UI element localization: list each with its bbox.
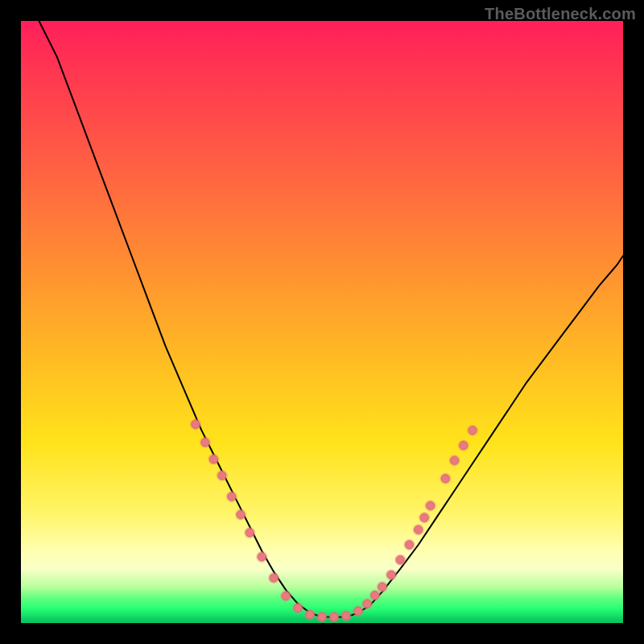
marker-dot (270, 574, 278, 582)
marker-dot (378, 583, 386, 591)
marker-dot (201, 439, 209, 447)
chart-frame (21, 21, 623, 623)
marker-dot (387, 571, 395, 579)
marker-dot (441, 474, 449, 482)
marker-dot (460, 441, 468, 449)
marker-dot (469, 427, 477, 435)
marker-dot (209, 456, 217, 464)
bottleneck-curve (39, 21, 623, 617)
marker-dot (282, 592, 290, 600)
marker-dot (237, 510, 245, 518)
marker-dot (246, 529, 254, 537)
marker-dot (228, 493, 236, 501)
marker-dot (258, 553, 266, 561)
marker-dot (192, 420, 200, 428)
chart-overlay (21, 21, 623, 623)
marker-dot (363, 600, 371, 608)
marker-dot (396, 555, 404, 564)
marker-dot (405, 541, 413, 549)
marker-dot (342, 612, 350, 620)
marker-dot (371, 592, 379, 600)
marker-dot (420, 514, 428, 522)
marker-dot (427, 502, 435, 510)
marker-dot (318, 613, 326, 621)
marker-dot (451, 456, 459, 464)
marker-dot (306, 611, 314, 619)
marker-dot (294, 604, 302, 612)
marker-dot (218, 472, 226, 480)
marker-dot (330, 613, 338, 621)
marker-dot (415, 526, 423, 534)
marker-dot (354, 607, 362, 615)
